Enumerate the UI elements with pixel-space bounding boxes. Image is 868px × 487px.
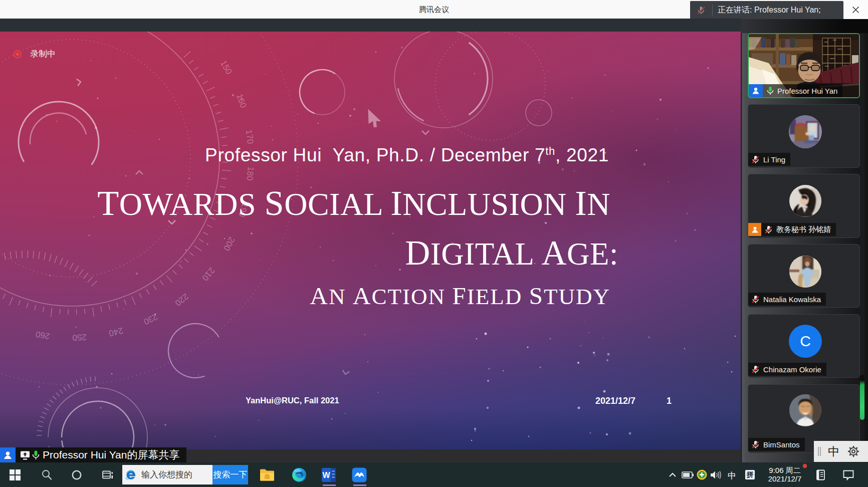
svg-text:250: 250: [72, 332, 87, 342]
svg-text:230: 230: [142, 312, 159, 327]
svg-text:W: W: [322, 471, 330, 479]
svg-text:180: 180: [245, 166, 255, 181]
svg-text:210: 210: [200, 266, 216, 283]
svg-text:260: 260: [35, 329, 51, 341]
svg-text:160: 160: [235, 93, 248, 109]
svg-text:150: 150: [219, 59, 234, 76]
svg-text:200: 200: [222, 235, 237, 253]
svg-text:170: 170: [244, 129, 255, 144]
svg-text:220: 220: [173, 292, 190, 308]
svg-text:240: 240: [108, 326, 124, 338]
